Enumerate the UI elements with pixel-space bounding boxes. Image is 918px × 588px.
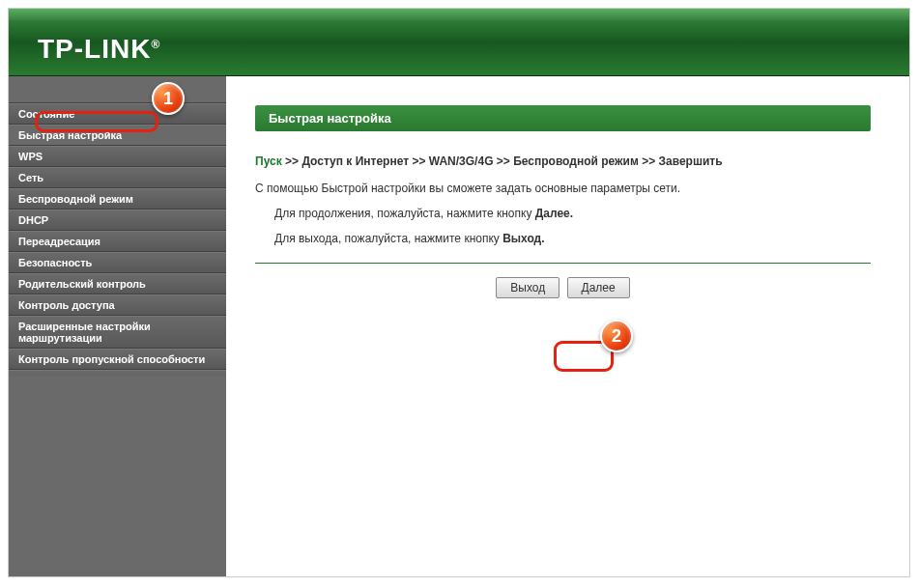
breadcrumb-step: Беспроводной режим	[513, 154, 639, 168]
sidebar-item-advanced-routing[interactable]: Расширенные настройки маршрутизации	[9, 316, 226, 349]
sidebar-filler	[9, 376, 226, 576]
instruction-continue: Для продолжения, пожалуйста, нажмите кно…	[274, 207, 871, 220]
sidebar-item-dhcp[interactable]: DHCP	[9, 210, 226, 231]
sidebar-item-status[interactable]: Состояние	[9, 103, 226, 125]
button-row: Выход Далее	[255, 277, 871, 298]
header: TP-LINK®	[9, 9, 909, 76]
sidebar-item-bandwidth-control[interactable]: Контроль пропускной способности	[9, 349, 226, 370]
header-accent	[9, 9, 909, 20]
breadcrumb-start[interactable]: Пуск	[255, 154, 282, 168]
next-button[interactable]: Далее	[567, 277, 630, 298]
instruction-exit: Для выхода, пожалуйста, нажмите кнопку В…	[274, 232, 871, 245]
sidebar-item-parental-control[interactable]: Родительский контроль	[9, 273, 226, 294]
sidebar-spacer	[9, 76, 226, 103]
sidebar-item-forwarding[interactable]: Переадресация	[9, 231, 226, 252]
breadcrumb-step: Доступ к Интернет	[301, 154, 409, 168]
intro-text: С помощью Быстрой настройки вы сможете з…	[255, 182, 871, 195]
sidebar: Состояние Быстрая настройка WPS Сеть Бес…	[9, 76, 226, 576]
sidebar-item-wireless[interactable]: Беспроводной режим	[9, 188, 226, 210]
main-panel: Быстрая настройка Пуск >> Доступ к Интер…	[226, 76, 909, 576]
sidebar-item-wps[interactable]: WPS	[9, 146, 226, 167]
sidebar-item-access-control[interactable]: Контроль доступа	[9, 294, 226, 316]
sidebar-item-network[interactable]: Сеть	[9, 167, 226, 188]
exit-button[interactable]: Выход	[496, 277, 559, 298]
divider	[255, 263, 871, 264]
sidebar-item-quick-setup[interactable]: Быстрая настройка	[9, 125, 226, 146]
page-title: Быстрая настройка	[255, 105, 871, 131]
breadcrumb: Пуск >> Доступ к Интернет >> WAN/3G/4G >…	[255, 154, 871, 168]
breadcrumb-step: WAN/3G/4G	[429, 154, 494, 168]
brand-logo: TP-LINK®	[38, 34, 160, 65]
breadcrumb-step: Завершить	[658, 154, 722, 168]
sidebar-item-security[interactable]: Безопасность	[9, 252, 226, 273]
